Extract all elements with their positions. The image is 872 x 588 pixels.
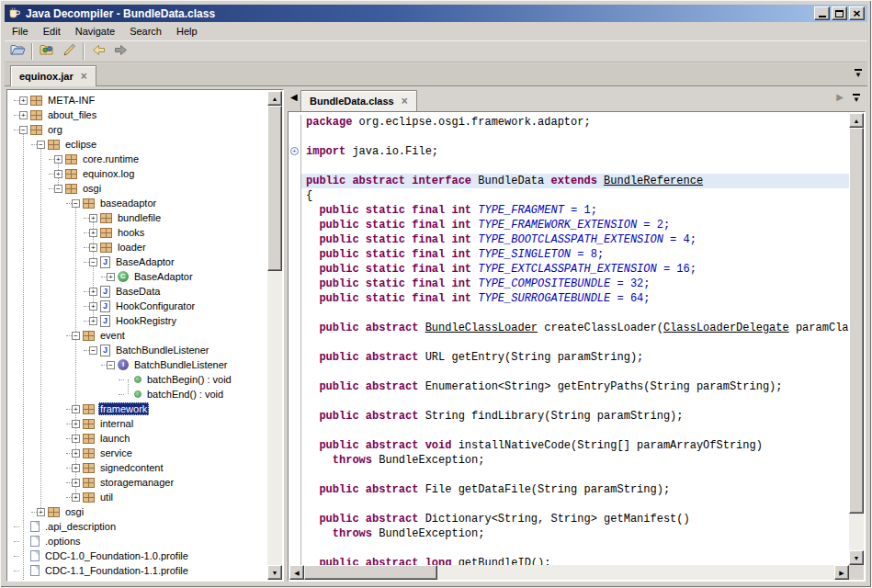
scroll-right-icon[interactable]: ▶: [834, 565, 849, 580]
collapse-icon[interactable]: −: [72, 332, 80, 340]
expand-icon[interactable]: +: [89, 214, 97, 222]
expand-icon[interactable]: +: [107, 273, 115, 281]
tree-item-osgi[interactable]: −osgi: [8, 181, 267, 196]
scroll-down-icon[interactable]: ▼: [849, 550, 864, 565]
collapse-icon[interactable]: −: [72, 199, 80, 208]
tab-next-icon[interactable]: ▶: [836, 93, 844, 102]
open-file-button[interactable]: [6, 42, 28, 62]
fold-expand-icon[interactable]: +: [290, 147, 299, 155]
jar-tab-close-icon[interactable]: ×: [81, 71, 87, 82]
code-line: public abstract interface BundleData ext…: [289, 174, 849, 188]
tree-item-batchbundlelistener[interactable]: −IBatchBundleListener: [8, 357, 267, 372]
tree-item-baseadaptor[interactable]: −JBaseAdaptor: [8, 254, 267, 269]
expand-icon[interactable]: +: [37, 508, 45, 516]
tree-item-signedcontent[interactable]: +signedcontent: [8, 460, 267, 475]
tree-item-storagemanager[interactable]: +storagemanager: [8, 475, 267, 490]
tree-item-hookconfigurator[interactable]: +JHookConfigurator: [8, 299, 267, 313]
expand-icon[interactable]: +: [72, 435, 80, 443]
expand-icon[interactable]: +: [72, 464, 80, 472]
tree-item-equinox-log[interactable]: +equinox.log: [8, 166, 267, 181]
code-link-BundleReference[interactable]: BundleReference: [604, 175, 703, 187]
tree-item-framework[interactable]: +framework: [8, 401, 267, 416]
expand-icon[interactable]: +: [54, 155, 62, 164]
menu-item-edit[interactable]: Edit: [36, 24, 68, 39]
tree-item-basedata[interactable]: +JBaseData: [8, 284, 267, 299]
tree-item-hookregistry[interactable]: +JHookRegistry: [8, 313, 267, 328]
tree-item-j2se-1-2-profile[interactable]: J2SE-1.2.profile: [8, 578, 267, 580]
collapse-icon[interactable]: −: [107, 361, 115, 369]
tree-item-cdc-1-0-foundation-1-0-profile[interactable]: CDC-1.0_Foundation-1.0.profile: [8, 548, 267, 563]
search-button[interactable]: [58, 42, 80, 62]
menu-item-file[interactable]: File: [5, 24, 36, 39]
tree-item-about-files[interactable]: +about_files: [8, 107, 267, 122]
menu-item-navigate[interactable]: Navigate: [68, 24, 122, 39]
tab-list-menu-icon[interactable]: ▼: [855, 69, 862, 79]
menu-item-search[interactable]: Search: [122, 24, 169, 39]
tree-item--api-description[interactable]: .api_description: [8, 519, 267, 534]
tree-item-batchend-void[interactable]: batchEnd() : void: [8, 387, 267, 401]
expand-icon[interactable]: +: [54, 170, 62, 178]
expand-icon[interactable]: +: [89, 229, 97, 237]
tree-item-hooks[interactable]: +hooks: [8, 225, 267, 240]
tree-item-batchbundlelistener[interactable]: −JBatchBundleListener: [8, 343, 267, 357]
tree-item-meta-inf[interactable]: +META-INF: [8, 93, 267, 107]
tree-item-eclipse[interactable]: −eclipse: [8, 137, 267, 152]
code-tab-list-menu-icon[interactable]: ▼: [853, 94, 860, 104]
code-link-BundleClassLoader[interactable]: BundleClassLoader: [425, 322, 538, 334]
tree-item-baseadaptor[interactable]: +CBaseAdaptor: [8, 269, 267, 284]
open-type-button[interactable]: [36, 42, 58, 62]
forward-button[interactable]: [109, 42, 131, 62]
code-tab-close-icon[interactable]: ×: [402, 96, 408, 107]
expand-icon[interactable]: +: [19, 96, 28, 105]
tree-item-baseadaptor[interactable]: −baseadaptor: [8, 196, 267, 210]
collapse-icon[interactable]: −: [89, 258, 97, 266]
code-link-ClassLoaderDelegate[interactable]: ClassLoaderDelegate: [663, 322, 789, 334]
minimize-button[interactable]: [814, 6, 830, 20]
tree-item-bundlefile[interactable]: +bundlefile: [8, 210, 267, 225]
tree-scrollbar-thumb[interactable]: [267, 106, 282, 271]
expand-icon[interactable]: +: [89, 288, 97, 296]
scroll-up-icon[interactable]: ▲: [849, 113, 864, 128]
tree-item-event[interactable]: −event: [8, 328, 267, 343]
code-vscrollbar-thumb[interactable]: [849, 128, 864, 514]
collapse-icon[interactable]: −: [54, 185, 62, 193]
tree-item-core-runtime[interactable]: +core.runtime: [8, 152, 267, 166]
tab-prev-icon[interactable]: ◀: [290, 93, 298, 102]
expand-icon[interactable]: +: [89, 302, 97, 311]
scroll-down-icon[interactable]: ▼: [267, 565, 282, 580]
collapse-icon[interactable]: −: [89, 346, 97, 355]
close-button[interactable]: ×: [849, 6, 865, 20]
tree-item-service[interactable]: +service: [8, 446, 267, 460]
menu-item-help[interactable]: Help: [169, 24, 205, 39]
collapse-icon[interactable]: −: [37, 141, 45, 149]
code-horizontal-scrollbar[interactable]: ◀ ▶: [289, 565, 849, 580]
tree-item--options[interactable]: .options: [8, 534, 267, 548]
tree-item-launch[interactable]: +launch: [8, 431, 267, 446]
jar-tab-equinox[interactable]: equinox.jar ×: [10, 65, 96, 86]
collapse-icon[interactable]: −: [19, 126, 28, 134]
expand-icon[interactable]: +: [19, 111, 28, 119]
maximize-button[interactable]: [832, 6, 847, 20]
tree-item-osgi[interactable]: +osgi: [8, 504, 267, 519]
expand-icon[interactable]: +: [89, 317, 97, 325]
tree-item-internal[interactable]: +internal: [8, 416, 267, 431]
scroll-left-icon[interactable]: ◀: [289, 565, 304, 580]
tree-item-org[interactable]: −org: [8, 122, 267, 137]
code-vertical-scrollbar[interactable]: ▲ ▼: [849, 113, 864, 565]
tree-item-cdc-1-1-foundation-1-1-profile[interactable]: CDC-1.1_Foundation-1.1.profile: [8, 563, 267, 578]
back-button[interactable]: [87, 42, 109, 62]
expand-icon[interactable]: +: [89, 243, 97, 252]
tree-item-batchbegin-void[interactable]: batchBegin() : void: [8, 372, 267, 387]
expand-icon[interactable]: +: [72, 493, 80, 502]
tree-item-util[interactable]: +util: [8, 490, 267, 504]
expand-icon[interactable]: +: [72, 420, 80, 428]
scroll-up-icon[interactable]: ▲: [267, 91, 282, 106]
menu-bar: FileEditNavigateSearchHelp: [5, 22, 867, 40]
expand-icon[interactable]: +: [72, 479, 80, 487]
tree-vertical-scrollbar[interactable]: ▲ ▼: [267, 91, 282, 580]
code-hscrollbar-thumb[interactable]: [304, 565, 437, 580]
tree-item-loader[interactable]: +loader: [8, 240, 267, 254]
expand-icon[interactable]: +: [72, 449, 80, 458]
code-tab-bundledata[interactable]: BundleData.class ×: [300, 90, 417, 111]
expand-icon[interactable]: +: [72, 405, 80, 413]
